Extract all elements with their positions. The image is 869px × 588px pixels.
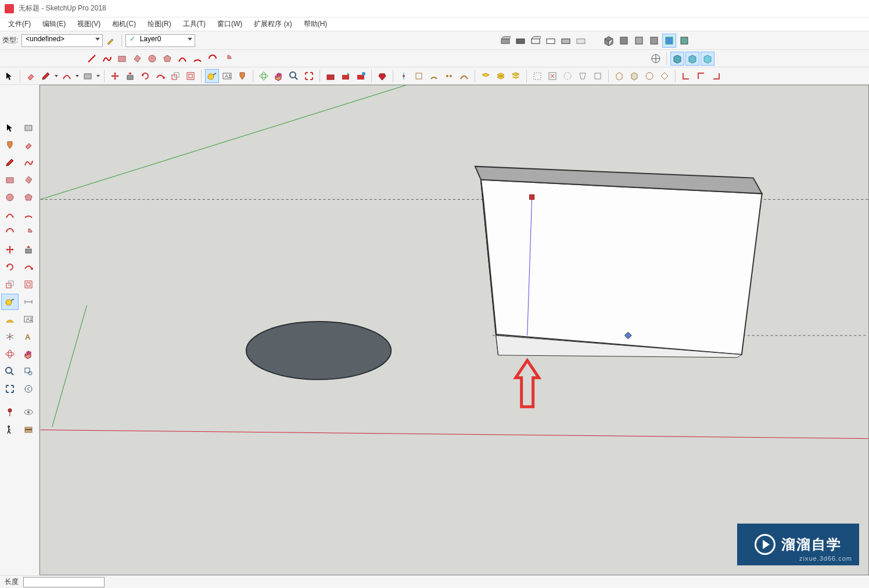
circle2-icon[interactable]	[1, 189, 19, 205]
menu-file[interactable]: 文件(F)	[3, 18, 35, 30]
move-icon[interactable]	[108, 69, 122, 83]
xray-icon[interactable]	[574, 34, 588, 48]
sel1-icon[interactable]	[530, 69, 544, 83]
gem-icon[interactable]	[375, 69, 389, 83]
layers1-icon[interactable]	[479, 69, 493, 83]
eraser2-icon[interactable]	[20, 137, 37, 153]
arc2c-icon[interactable]	[1, 224, 19, 240]
paint-icon[interactable]	[235, 69, 249, 83]
menu-edit[interactable]: 编辑(E)	[38, 18, 70, 30]
top-icon[interactable]	[617, 34, 631, 48]
component-icon[interactable]	[20, 120, 37, 136]
pie2-icon[interactable]	[20, 224, 37, 240]
wireframe-icon[interactable]	[529, 34, 543, 48]
rotate-icon[interactable]	[138, 69, 152, 83]
solid1-icon[interactable]	[612, 69, 626, 83]
tape2-icon[interactable]	[1, 294, 19, 310]
type-edit-icon[interactable]	[104, 34, 118, 48]
solid2-icon[interactable]	[627, 69, 641, 83]
freehand-icon[interactable]	[100, 52, 114, 66]
monochrome-icon[interactable]	[514, 34, 527, 48]
corner2-icon[interactable]	[694, 69, 708, 83]
pushpull-icon[interactable]	[123, 69, 137, 83]
menu-tools[interactable]: 工具(T)	[178, 18, 210, 30]
rotate2-icon[interactable]	[1, 259, 19, 275]
pencil2-icon[interactable]	[1, 154, 19, 171]
corner1-icon[interactable]	[679, 69, 693, 83]
pencil-icon[interactable]	[39, 69, 53, 83]
sel5-icon[interactable]	[591, 69, 605, 83]
polygon2-icon[interactable]	[20, 189, 37, 205]
warehouse2-icon[interactable]	[339, 69, 353, 83]
text2-icon[interactable]: A1	[20, 311, 37, 327]
left-icon[interactable]	[677, 34, 691, 48]
arc-icon[interactable]	[175, 52, 189, 66]
follow-icon[interactable]	[153, 69, 167, 83]
measure-input[interactable]	[23, 577, 105, 587]
iso-icon[interactable]	[602, 34, 616, 48]
move2-icon[interactable]	[1, 241, 19, 258]
type-combo[interactable]: <undefined>	[21, 34, 103, 47]
plugin4-icon[interactable]	[442, 69, 456, 83]
sel3-icon[interactable]	[561, 69, 574, 83]
viewport[interactable]: 溜溜自学 zixue.3d66.com	[40, 85, 869, 575]
layer-combo[interactable]: ✓ Layer0	[125, 34, 195, 47]
plugin5-icon[interactable]	[457, 69, 471, 83]
offset-icon[interactable]	[184, 69, 198, 83]
section-icon[interactable]	[20, 421, 37, 438]
dropdown-arrow-icon[interactable]	[96, 71, 100, 81]
sel2-icon[interactable]	[545, 69, 559, 83]
plugin1-icon[interactable]	[397, 69, 411, 83]
face-style-1-icon[interactable]	[670, 52, 684, 66]
rotrect2-icon[interactable]	[20, 172, 37, 188]
zoomwin-icon[interactable]	[20, 363, 37, 380]
shape-tool-icon[interactable]	[81, 69, 95, 83]
view-nav-icon[interactable]	[649, 52, 663, 66]
zoomext2-icon[interactable]	[1, 381, 19, 397]
dimension-icon[interactable]	[20, 294, 37, 310]
position-icon[interactable]	[1, 404, 19, 420]
dropdown-arrow-icon[interactable]	[54, 71, 59, 81]
scale2-icon[interactable]	[1, 276, 19, 293]
menu-help[interactable]: 帮助(H)	[299, 18, 332, 30]
line-icon[interactable]	[85, 52, 99, 66]
follow2-icon[interactable]	[20, 259, 37, 275]
pan-icon[interactable]	[272, 69, 286, 83]
menu-draw[interactable]: 绘图(R)	[143, 18, 176, 30]
back-icon[interactable]	[662, 34, 676, 48]
rectangle-icon[interactable]	[115, 52, 129, 66]
paintbucket-icon[interactable]	[1, 137, 19, 153]
circle-icon[interactable]	[145, 52, 159, 66]
face-style-3-icon[interactable]	[701, 52, 714, 66]
tape-icon[interactable]	[205, 69, 219, 83]
shadedtextures-icon[interactable]	[559, 34, 573, 48]
menu-window[interactable]: 窗口(W)	[213, 18, 247, 30]
face-style-2-icon[interactable]	[685, 52, 699, 66]
freehand2-icon[interactable]	[20, 154, 37, 171]
walk-icon[interactable]	[1, 421, 19, 438]
3dtext-icon[interactable]: A	[20, 329, 37, 345]
corner3-icon[interactable]	[709, 69, 723, 83]
scale-icon[interactable]	[168, 69, 182, 83]
shaded-icon[interactable]	[498, 34, 512, 48]
arc-tool-icon[interactable]	[60, 69, 74, 83]
solid4-icon[interactable]	[658, 69, 672, 83]
prev-icon[interactable]	[20, 381, 37, 397]
eraser-icon[interactable]	[24, 69, 38, 83]
orbit-icon[interactable]	[257, 69, 271, 83]
warehouse3-icon[interactable]	[354, 69, 368, 83]
layers2-icon[interactable]	[494, 69, 508, 83]
select-icon[interactable]	[2, 69, 16, 83]
protractor-icon[interactable]	[1, 311, 19, 327]
zoom2-icon[interactable]	[1, 363, 19, 380]
warehouse1-icon[interactable]	[324, 69, 337, 83]
pushpull2-icon[interactable]	[20, 241, 37, 258]
menu-extensions[interactable]: 扩展程序 (x)	[249, 18, 296, 30]
offset2-icon[interactable]	[20, 276, 37, 293]
select-tool-icon[interactable]	[1, 120, 19, 136]
arc2-icon[interactable]	[191, 52, 204, 66]
menu-view[interactable]: 视图(V)	[73, 18, 105, 30]
pan2-icon[interactable]	[20, 346, 37, 362]
arc2a-icon[interactable]	[1, 207, 19, 223]
zoom-extents-icon[interactable]	[302, 69, 316, 83]
